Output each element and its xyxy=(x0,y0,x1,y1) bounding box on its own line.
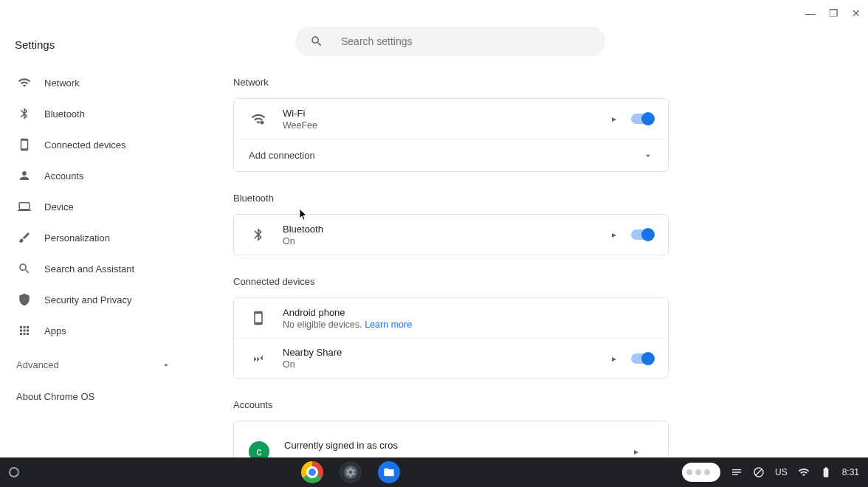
nav-label: Accounts xyxy=(44,170,83,182)
section-title-accounts: Accounts xyxy=(233,399,669,410)
shelf: US 8:31 xyxy=(0,457,868,487)
close-icon[interactable]: ✕ xyxy=(852,7,861,19)
nav-label: Network xyxy=(44,77,80,89)
brush-icon xyxy=(18,231,31,244)
apps-icon xyxy=(18,324,31,337)
chevron-right-icon: ▸ xyxy=(612,353,616,364)
nav-label: Bluetooth xyxy=(44,108,85,120)
chevron-right-icon: ▸ xyxy=(612,229,616,240)
svg-point-0 xyxy=(261,121,264,125)
nearby-share-icon xyxy=(249,351,268,366)
wifi-lock-icon xyxy=(249,111,268,126)
nearby-toggle[interactable] xyxy=(631,353,653,364)
status-pill[interactable] xyxy=(682,463,720,482)
search-icon xyxy=(310,35,323,48)
wifi-tray-icon xyxy=(798,466,810,478)
shield-icon xyxy=(18,293,31,306)
wifi-icon xyxy=(18,76,31,89)
bluetooth-card: Bluetooth On ▸ xyxy=(233,214,669,255)
android-status: No eligible devices. xyxy=(283,320,362,330)
music-icon[interactable] xyxy=(731,466,743,478)
phone-icon xyxy=(18,138,31,151)
chevron-right-icon: ▸ xyxy=(634,446,638,457)
chevron-down-icon xyxy=(643,151,653,161)
nav-label: Device xyxy=(44,201,74,213)
nav-label: Personalization xyxy=(44,232,110,244)
sidebar-item-bluetooth[interactable]: Bluetooth xyxy=(13,98,179,129)
phone-icon xyxy=(249,311,268,325)
section-title-bluetooth: Bluetooth xyxy=(233,193,669,204)
sidebar-item-connected-devices[interactable]: Connected devices xyxy=(13,129,179,160)
nearby-share-row[interactable]: Nearby Share On ▸ xyxy=(234,338,668,378)
settings-app-icon[interactable] xyxy=(340,461,362,483)
search-input[interactable] xyxy=(341,35,590,47)
battery-icon xyxy=(820,466,832,478)
launcher-icon[interactable] xyxy=(9,467,19,477)
sidebar-item-accounts[interactable]: Accounts xyxy=(13,160,179,191)
main-content: Network Wi-Fi WeeFee ▸ Add connection Bl… xyxy=(221,27,846,483)
about-label: About Chrome OS xyxy=(16,391,94,402)
files-app-icon[interactable] xyxy=(378,461,400,483)
ime-indicator[interactable]: US xyxy=(775,467,788,477)
wifi-toggle[interactable] xyxy=(631,114,653,124)
bluetooth-toggle[interactable] xyxy=(631,229,653,240)
sidebar-item-search-assistant[interactable]: Search and Assistant xyxy=(13,253,179,284)
sidebar-item-device[interactable]: Device xyxy=(13,191,179,222)
sidebar-item-personalization[interactable]: Personalization xyxy=(13,222,179,253)
section-title-connected: Connected devices xyxy=(233,276,669,287)
nearby-status: On xyxy=(283,359,597,370)
advanced-label: Advanced xyxy=(16,359,59,370)
search-icon xyxy=(18,262,31,275)
add-connection-row[interactable]: Add connection xyxy=(234,139,668,171)
maximize-icon[interactable]: ❐ xyxy=(829,7,838,19)
page-title: Settings xyxy=(13,30,179,67)
learn-more-link[interactable]: Learn more xyxy=(365,320,412,330)
chevron-right-icon: ▸ xyxy=(612,114,616,124)
nearby-label: Nearby Share xyxy=(283,347,597,358)
accounts-card: c Currently signed in as cros ▸ xyxy=(233,421,669,462)
android-phone-row[interactable]: Android phone No eligible devices. Learn… xyxy=(234,298,668,338)
advanced-toggle[interactable]: Advanced xyxy=(13,349,179,381)
bluetooth-icon xyxy=(249,227,268,242)
chevron-down-icon xyxy=(161,360,171,370)
laptop-icon xyxy=(18,200,31,213)
bluetooth-label: Bluetooth xyxy=(283,224,597,235)
network-card: Wi-Fi WeeFee ▸ Add connection xyxy=(233,98,669,172)
bluetooth-icon xyxy=(18,107,31,120)
about-chrome-os[interactable]: About Chrome OS xyxy=(13,381,179,412)
nav-label: Connected devices xyxy=(44,139,126,151)
wifi-row[interactable]: Wi-Fi WeeFee ▸ xyxy=(234,99,668,139)
sidebar: Settings Network Bluetooth Connected dev… xyxy=(0,30,192,412)
add-connection-label: Add connection xyxy=(249,150,315,161)
android-label: Android phone xyxy=(283,307,653,318)
sidebar-item-security-privacy[interactable]: Security and Privacy xyxy=(13,284,179,315)
wifi-label: Wi-Fi xyxy=(283,108,597,119)
window-controls: — ❐ ✕ xyxy=(805,7,861,19)
system-tray[interactable]: US 8:31 xyxy=(682,463,859,482)
nav-label: Search and Assistant xyxy=(44,263,134,274)
person-icon xyxy=(18,169,31,182)
current-account-label: Currently signed in as cros xyxy=(284,440,619,451)
bluetooth-row[interactable]: Bluetooth On ▸ xyxy=(234,215,668,255)
sidebar-item-apps[interactable]: Apps xyxy=(13,315,179,346)
minimize-icon[interactable]: — xyxy=(805,7,816,19)
wifi-status: WeeFee xyxy=(283,120,597,131)
bluetooth-status: On xyxy=(283,236,597,246)
dnd-icon[interactable] xyxy=(753,466,765,478)
nav-label: Security and Privacy xyxy=(44,294,132,305)
section-title-network: Network xyxy=(233,77,669,88)
nav-label: Apps xyxy=(44,325,66,336)
chrome-app-icon[interactable] xyxy=(301,461,323,483)
search-bar[interactable] xyxy=(295,27,605,56)
clock: 8:31 xyxy=(842,467,859,477)
sidebar-item-network[interactable]: Network xyxy=(13,67,179,98)
current-account-row[interactable]: c Currently signed in as cros ▸ xyxy=(234,421,668,461)
connected-card: Android phone No eligible devices. Learn… xyxy=(233,297,669,379)
